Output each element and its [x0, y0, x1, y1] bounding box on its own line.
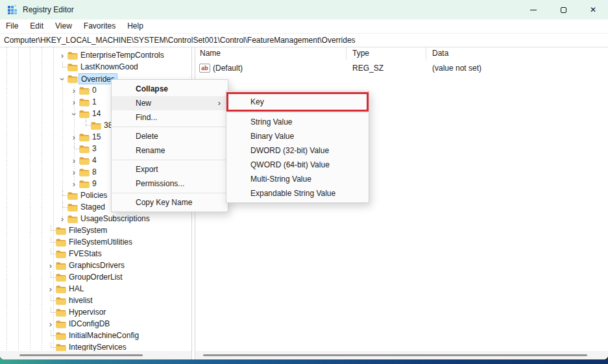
tree-item-label[interactable]: GraphicsDrivers — [67, 260, 127, 271]
folder-icon — [67, 75, 78, 83]
tree-item-FileSystemUtilities[interactable]: FileSystemUtilities — [0, 237, 191, 249]
folder-icon — [79, 133, 90, 141]
column-divider[interactable] — [426, 47, 426, 60]
chevron-right-icon[interactable]: › — [47, 284, 55, 295]
tree-connector — [62, 202, 67, 208]
tree-item-label[interactable]: FileSystemUtilities — [67, 237, 134, 248]
menu-favorites[interactable]: Favorites — [78, 19, 121, 33]
menu-item-expandable-string-value[interactable]: Expandable String Value — [226, 186, 369, 200]
chevron-right-icon[interactable]: › — [58, 50, 66, 62]
folder-icon — [79, 180, 90, 188]
chevron-down-icon[interactable]: › — [68, 110, 80, 118]
minimize-button[interactable] — [518, 0, 548, 19]
tree-item-hivelist[interactable]: hivelist — [0, 295, 191, 307]
chevron-right-icon[interactable]: › — [70, 132, 78, 143]
menu-item-new[interactable]: New› — [112, 96, 228, 110]
menu-item-multi-string-value[interactable]: Multi-String Value — [226, 172, 369, 186]
menu-item-label: DWORD (32-bit) Value — [250, 146, 329, 155]
chevron-right-icon[interactable]: › — [47, 260, 55, 272]
tree-item-label[interactable]: hivelist — [67, 295, 95, 306]
title-bar: Registry Editor ✕ — [0, 0, 608, 19]
tree-item-label[interactable]: FileSystem — [67, 225, 109, 236]
tree-connector — [51, 330, 56, 336]
column-divider[interactable] — [346, 47, 347, 60]
tree-item-HAL[interactable]: ›HAL — [0, 284, 191, 295]
menu-item-label: Copy Key Name — [136, 198, 192, 207]
tree-item-label[interactable]: GroupOrderList — [67, 272, 125, 283]
tree-item-label[interactable]: LastKnownGood — [79, 62, 140, 73]
chevron-right-icon[interactable]: › — [58, 213, 66, 225]
menu-item-export[interactable]: Export — [112, 162, 228, 176]
tree-item-label[interactable]: Hypervisor — [67, 307, 108, 318]
tree-item-LastKnownGood[interactable]: LastKnownGood — [0, 62, 191, 73]
tree-item-FVEStats[interactable]: FVEStats — [0, 249, 191, 260]
menu-edit[interactable]: Edit — [24, 19, 49, 33]
menu-item-copy-key-name[interactable]: Copy Key Name — [112, 195, 228, 210]
tree-item-label[interactable]: HAL — [67, 284, 86, 295]
menu-item-dword-32-bit-value[interactable]: DWORD (32-bit) Value — [226, 143, 369, 158]
tree-item-GroupOrderList[interactable]: GroupOrderList — [0, 272, 191, 284]
tree-item-label[interactable]: 14 — [90, 108, 103, 119]
list-horizontal-scrollbar[interactable] — [195, 351, 608, 359]
chevron-right-icon[interactable]: › — [47, 319, 55, 330]
menu-file[interactable]: File — [0, 19, 24, 33]
tree-item-FileSystem[interactable]: FileSystem — [0, 225, 191, 237]
menu-item-label: Delete — [136, 132, 158, 141]
column-header-data[interactable]: Data — [432, 49, 448, 58]
tree-item-label[interactable]: Staged — [79, 202, 107, 213]
tree-item-label[interactable]: 4 — [90, 155, 99, 166]
tree-item-label[interactable]: 9 — [90, 178, 99, 189]
address-bar[interactable]: Computer\HKEY_LOCAL_MACHINE\SYSTEM\Contr… — [0, 33, 608, 47]
tree-item-UsageSubscriptions[interactable]: ›UsageSubscriptions — [0, 213, 191, 225]
menu-help[interactable]: Help — [121, 19, 149, 33]
menu-item-find[interactable]: Find... — [112, 110, 228, 125]
value-row-default[interactable]: ab (Default) REG_SZ (value not set) — [195, 63, 608, 75]
tree-item-IDConfigDB[interactable]: ›IDConfigDB — [0, 319, 191, 330]
chevron-right-icon[interactable]: › — [70, 167, 78, 178]
tree-item-label[interactable]: InitialMachineConfig — [67, 330, 141, 341]
chevron-right-icon[interactable]: › — [70, 97, 78, 108]
close-button[interactable]: ✕ — [578, 0, 608, 19]
tree-item-label[interactable]: 3 — [90, 143, 99, 154]
tree-item-label[interactable]: 1 — [90, 97, 99, 108]
chevron-down-icon[interactable]: › — [56, 75, 68, 83]
tree-item-InitialMachineConfig[interactable]: InitialMachineConfig — [0, 330, 191, 342]
tree-item-label[interactable]: 15 — [90, 132, 103, 143]
tree-item-label[interactable]: 0 — [90, 85, 99, 96]
tree-item-Hypervisor[interactable]: Hypervisor — [0, 307, 191, 319]
tree-item-label[interactable]: FVEStats — [67, 249, 104, 260]
menu-separator — [112, 160, 227, 160]
tree-item-label[interactable]: EnterpriseTempControls — [79, 50, 166, 61]
menu-item-collapse[interactable]: Collapse — [112, 82, 228, 96]
value-data: (value not set) — [432, 64, 481, 73]
value-type: REG_SZ — [352, 64, 383, 73]
tree-item-label[interactable]: Policies — [79, 190, 109, 201]
minimize-icon — [530, 10, 537, 10]
new-submenu: KeyString ValueBinary ValueDWORD (32-bit… — [226, 91, 369, 203]
menu-item-qword-64-bit-value[interactable]: QWORD (64-bit) Value — [226, 158, 369, 172]
chevron-right-icon[interactable]: › — [70, 85, 78, 97]
tree-item-EnterpriseTempControls[interactable]: ›EnterpriseTempControls — [0, 50, 191, 62]
tree-horizontal-scrollbar[interactable] — [0, 351, 191, 359]
menu-view[interactable]: View — [49, 19, 78, 33]
tree-item-GraphicsDrivers[interactable]: ›GraphicsDrivers — [0, 260, 191, 272]
menu-item-key[interactable]: Key — [226, 93, 369, 110]
tree-connector — [51, 342, 56, 348]
menu-item-permissions[interactable]: Permissions... — [112, 176, 228, 191]
column-header-name[interactable]: Name — [200, 49, 221, 58]
menu-item-delete[interactable]: Delete — [112, 129, 228, 143]
tree-item-label[interactable]: IDConfigDB — [67, 319, 112, 330]
column-header-type[interactable]: Type — [352, 49, 369, 58]
window-title: Registry Editor — [23, 5, 74, 14]
tree-item-label[interactable]: 8 — [90, 167, 99, 178]
tree-scrollbar-thumb[interactable] — [19, 354, 143, 356]
list-scrollbar-thumb[interactable] — [203, 354, 587, 356]
menu-item-binary-value[interactable]: Binary Value — [226, 129, 369, 143]
tree-connector — [51, 237, 56, 243]
chevron-right-icon[interactable]: › — [70, 155, 78, 167]
menu-item-string-value[interactable]: String Value — [226, 115, 369, 129]
maximize-button[interactable] — [548, 0, 578, 19]
chevron-right-icon[interactable]: › — [70, 178, 78, 190]
tree-item-label[interactable]: UsageSubscriptions — [79, 213, 152, 224]
menu-item-rename[interactable]: Rename — [112, 143, 228, 158]
